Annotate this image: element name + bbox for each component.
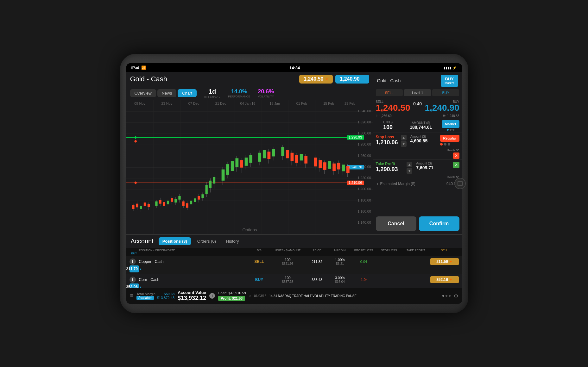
total-margin-value: $59.68	[164, 292, 174, 296]
sell-price-value: 1,240.50	[304, 76, 323, 82]
svg-rect-111	[262, 150, 266, 158]
tab-overview[interactable]: Overview	[130, 89, 156, 97]
estimated-margin: › Estimated Margin ($) 940.75	[373, 179, 462, 189]
units-amount-row: Units 100 Amount ($) 188,744.61 Market	[373, 118, 462, 133]
tab-history[interactable]: History	[222, 237, 243, 245]
row-num: 1	[130, 277, 139, 283]
market-btn[interactable]: Market	[442, 120, 459, 128]
svg-rect-117	[281, 147, 284, 156]
svg-text:07 Dec: 07 Dec	[188, 102, 199, 105]
amount-block: Amount ($) 188,744.61	[403, 121, 439, 130]
tp-down-btn[interactable]: ▼	[407, 168, 412, 174]
svg-rect-81	[190, 201, 192, 204]
row-sell-price[interactable]: 211.59 ▼	[430, 258, 459, 265]
svg-rect-79	[186, 203, 188, 208]
row-name: Corn - Cash	[139, 277, 248, 282]
svg-rect-103	[240, 160, 243, 168]
row-name: Copper - Cash	[139, 259, 248, 264]
svg-rect-59	[143, 202, 146, 206]
wifi-icon: 📶	[141, 65, 146, 70]
svg-rect-129	[314, 158, 317, 166]
row-buy-price[interactable]: 211.79 ▲	[130, 265, 139, 272]
sl-stepper: ▲ ▼	[401, 135, 407, 147]
svg-text:23 Nov: 23 Nov	[161, 102, 172, 105]
estimated-margin-label: Estimated Margin ($)	[380, 182, 445, 186]
tab-positions[interactable]: Positions (3)	[159, 237, 191, 245]
gear-icon[interactable]: ⚙	[454, 293, 458, 299]
th-margin: Margin	[329, 249, 351, 252]
sl-points: Points 30	[373, 149, 462, 152]
home-button[interactable]	[454, 178, 466, 189]
buy-price-badge[interactable]: 1,240.90 ▲	[335, 75, 369, 84]
main-content: Gold - Cash 1,240.50 ▼ 1,240.90 ▲	[126, 72, 462, 234]
svg-text:1,210.06: 1,210.06	[348, 181, 362, 185]
sell-price-badge[interactable]: 1,240.50 ▼	[299, 75, 333, 84]
performance-info: 14.0% PERFORMANCE	[228, 88, 250, 98]
cancel-button[interactable]: Cancel	[376, 216, 416, 231]
sl-up-btn[interactable]: ▲	[401, 135, 407, 140]
dot-1	[447, 129, 449, 131]
performance-value: 14.0%	[228, 88, 250, 95]
buy-tab[interactable]: BUY	[432, 89, 459, 96]
tab-chart[interactable]: Chart	[178, 89, 197, 97]
svg-rect-131	[319, 160, 322, 168]
regular-btn[interactable]: Regular	[440, 135, 459, 142]
row-units: 100$321.95	[270, 258, 305, 265]
bottom-bar: ≡ Total Margin: $59.68 Available: $13,87…	[126, 288, 462, 304]
status-bar: iPad 📶 14:34 ▮▮▮▮ ⚡	[126, 63, 462, 72]
menu-icon[interactable]: ≡	[130, 293, 134, 299]
svg-rect-133	[323, 162, 326, 170]
account-value-block: Account Value $13,932.12	[178, 290, 206, 302]
nav-left-icon[interactable]: ‹	[249, 293, 251, 299]
page-dot-2	[446, 295, 447, 297]
sl-close-btn[interactable]: ✕	[453, 152, 459, 159]
tp-close-btn[interactable]: ✕	[453, 162, 459, 168]
profit-label: Profit:	[221, 296, 231, 300]
svg-text:21 Dec: 21 Dec	[215, 102, 226, 105]
total-margin-row: Total Margin: $59.68	[136, 292, 174, 296]
row-sell: 211.59 ▼	[430, 258, 459, 265]
svg-rect-77	[182, 202, 184, 206]
level1-tab[interactable]: Level 1	[404, 89, 431, 96]
news-time: 14:34	[269, 294, 277, 298]
stop-loss-value: 1,210.06	[376, 139, 399, 146]
svg-text:18 Jan: 18 Jan	[269, 102, 280, 105]
svg-text:1,300.00: 1,300.00	[357, 131, 371, 135]
sell-tab[interactable]: SELL	[376, 89, 403, 96]
svg-rect-125	[300, 154, 303, 160]
action-label: BUY	[445, 77, 454, 81]
chart-nav-tabs: Overview News Chart 1d INTERVAL 14.0% PE…	[126, 86, 373, 100]
svg-rect-57	[140, 206, 142, 209]
buy-arrow-icon: ▲	[362, 78, 365, 81]
row-buy-price[interactable]: 353.06 ▲	[130, 283, 139, 288]
av-label: Account Value	[178, 290, 206, 295]
svg-rect-89	[205, 185, 207, 194]
volatility-value: 20.6%	[258, 88, 274, 95]
row-buy: 353.06 ▲	[130, 283, 139, 288]
sl-down-btn[interactable]: ▼	[401, 141, 407, 147]
tab-orders[interactable]: Orders (0)	[193, 237, 220, 245]
svg-text:1,240.70: 1,240.70	[348, 165, 362, 169]
row-margin: 1.00%$3.21	[329, 258, 351, 265]
svg-text:Options: Options	[242, 227, 257, 232]
row-margin: 3.00%$16.04	[329, 276, 351, 283]
svg-text:1,280.00: 1,280.00	[357, 143, 371, 146]
low-value: L: 1,236.60	[376, 114, 392, 118]
tab-news[interactable]: News	[157, 89, 177, 97]
svg-text:01 Feb: 01 Feb	[296, 102, 307, 105]
asset-title: Gold - Cash	[130, 75, 167, 83]
svg-rect-73	[174, 199, 177, 202]
margin-info: Total Margin: $59.68 Available: $13,872.…	[136, 292, 174, 300]
svg-text:04 Jan 16: 04 Jan 16	[240, 102, 255, 105]
confirm-button[interactable]: Confirm	[419, 216, 459, 231]
sl-amount-label: Amount ($)	[410, 135, 438, 138]
tp-up-btn[interactable]: ▲	[407, 162, 412, 167]
level-tabs: SELL Level 1 BUY	[373, 89, 462, 99]
svg-rect-113	[267, 152, 270, 159]
buy-market-btn[interactable]: BUY Market	[441, 75, 458, 87]
info-icon[interactable]: i	[209, 293, 215, 299]
svg-rect-99	[231, 161, 234, 171]
positions-table: Position - Order#/Date B/S Units - $ Amo…	[126, 248, 462, 288]
row-sell-price[interactable]: 352.16 ▼	[430, 276, 459, 283]
svg-rect-69	[167, 201, 169, 204]
